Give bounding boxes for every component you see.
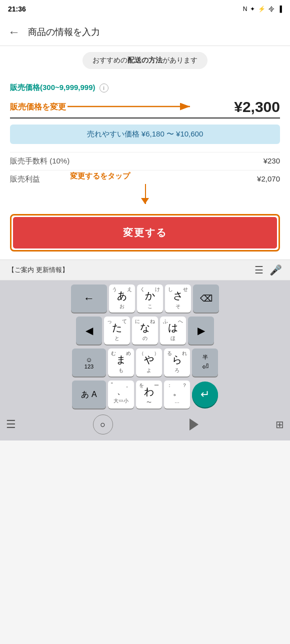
price-section: 販売価格(300~9,999,999) i 販売価格を変更 ¥2,300 売れや… bbox=[0, 75, 290, 212]
kb-enter-key[interactable]: ↵ bbox=[192, 382, 218, 408]
notification-icon: N bbox=[243, 6, 248, 12]
kb-key-ra[interactable]: るれ ら ろ bbox=[164, 348, 190, 376]
price-arrow bbox=[62, 98, 202, 116]
keyboard-row-3: ☺ 123 むめ ま も （） や よ るれ ら ろ bbox=[2, 348, 288, 376]
info-icon[interactable]: i bbox=[100, 84, 108, 92]
info-bar-icons: ☰ 🎤 bbox=[254, 264, 282, 276]
kb-key-ya[interactable]: （） や よ bbox=[136, 348, 162, 376]
kb-key-ka[interactable]: くけ か こ bbox=[137, 284, 163, 312]
menu-icon-btn[interactable]: ☰ bbox=[254, 264, 264, 276]
kb-nav-home[interactable]: ○ bbox=[93, 414, 113, 434]
kb-key-period[interactable]: ：？ 。 … bbox=[164, 380, 190, 408]
kb-backspace-outer: ← bbox=[71, 284, 107, 312]
kb-key-ta[interactable]: って た と bbox=[104, 316, 130, 344]
back-button[interactable]: ← bbox=[8, 25, 20, 39]
price-label-row: 販売価格(300~9,999,999) i bbox=[10, 83, 280, 92]
bluetooth-icon: ✦ bbox=[250, 6, 255, 12]
kb-nav-back[interactable] bbox=[190, 418, 198, 430]
profit-row: 販売利益 変更するをタップ ¥2,070 bbox=[10, 170, 280, 184]
kb-nav-menu[interactable]: ☰ bbox=[6, 418, 16, 431]
status-icons: N ✦ ⚡ 令 ▐ bbox=[243, 5, 282, 14]
keyboard-row-1: ← うえ あ お くけ か こ しせ さ そ ⌫ bbox=[2, 284, 288, 312]
header: ← 商品の情報を入力 bbox=[0, 18, 290, 46]
price-label-text: 販売価格(300~9,999,999) bbox=[10, 83, 96, 92]
price-change-annotation: 販売価格を変更 bbox=[10, 102, 66, 112]
fee-value: ¥230 bbox=[264, 156, 280, 166]
kb-key-na[interactable]: にね な の bbox=[132, 316, 158, 344]
keyboard-row-2: ◀ って た と にね な の ふへ は ほ ▶ bbox=[2, 316, 288, 344]
kb-key-a[interactable]: うえ あ お bbox=[109, 284, 135, 312]
kb-right-arrow[interactable]: ▶ bbox=[188, 316, 214, 344]
main-content: おすすめの配送の方法があります 販売価格(300~9,999,999) i 販売… bbox=[0, 46, 290, 440]
recommended-price: 売れやすい価格 ¥6,180 〜 ¥10,600 bbox=[10, 124, 280, 144]
kb-left-arrow[interactable]: ◀ bbox=[76, 316, 102, 344]
change-button-outer: 変更する bbox=[10, 214, 280, 252]
profit-annotation: 変更するをタップ bbox=[70, 172, 130, 181]
kb-emoji123[interactable]: ☺ 123 bbox=[72, 348, 106, 376]
profit-label: 販売利益 bbox=[10, 174, 40, 184]
volume-icon: ⚡ bbox=[258, 6, 266, 12]
shipping-notice: おすすめの配送の方法があります bbox=[0, 46, 290, 75]
info-bar-text: 【ご案内 更新情報】 bbox=[8, 266, 254, 274]
price-value[interactable]: ¥2,300 bbox=[234, 98, 280, 116]
kb-back-key[interactable]: ← bbox=[84, 292, 94, 305]
kb-aa-toggle[interactable]: あ A bbox=[72, 380, 106, 408]
profit-value: ¥2,070 bbox=[257, 174, 280, 183]
status-time: 21:36 bbox=[8, 5, 26, 13]
shipping-notice-text: おすすめの配送の方法があります bbox=[82, 52, 208, 69]
price-input-line bbox=[10, 118, 280, 118]
fee-row: 販売手数料 (10%) ¥230 bbox=[10, 152, 280, 170]
keyboard: ← うえ あ お くけ か こ しせ さ そ ⌫ bbox=[0, 280, 290, 440]
kb-key-sa[interactable]: しせ さ そ bbox=[165, 284, 191, 312]
down-arrow-annotation bbox=[10, 184, 280, 204]
kb-key-comma[interactable]: "。 、 大⇔小 bbox=[108, 380, 134, 408]
arrow-down-head bbox=[141, 198, 149, 204]
kb-half-return[interactable]: 半 ⏎ bbox=[192, 348, 218, 376]
price-change-row: 販売価格を変更 ¥2,300 bbox=[10, 98, 280, 116]
kb-key-ma[interactable]: むめ ま も bbox=[108, 348, 134, 376]
kb-key-ha[interactable]: ふへ は ほ bbox=[160, 316, 186, 344]
status-bar: 21:36 N ✦ ⚡ 令 ▐ bbox=[0, 0, 290, 18]
kb-key-wa[interactable]: をー わ 〜 bbox=[136, 380, 162, 408]
page-title: 商品の情報を入力 bbox=[28, 26, 100, 38]
wifi-icon: 令 bbox=[268, 5, 274, 14]
info-bar: 【ご案内 更新情報】 ☰ 🎤 bbox=[0, 260, 290, 280]
keyboard-nav-row: ☰ ○ ⊞ bbox=[2, 412, 288, 436]
kb-nav-grid[interactable]: ⊞ bbox=[276, 418, 284, 430]
change-button[interactable]: 変更する bbox=[13, 217, 277, 248]
change-button-wrapper: 変更する bbox=[0, 212, 290, 260]
battery-icon: ▐ bbox=[278, 6, 282, 12]
kb-delete-key[interactable]: ⌫ bbox=[193, 284, 219, 312]
fee-label: 販売手数料 (10%) bbox=[10, 156, 70, 166]
keyboard-row-4: あ A "。 、 大⇔小 をー わ 〜 ：？ 。 … ↵ bbox=[2, 380, 288, 408]
mic-icon[interactable]: 🎤 bbox=[270, 264, 282, 276]
